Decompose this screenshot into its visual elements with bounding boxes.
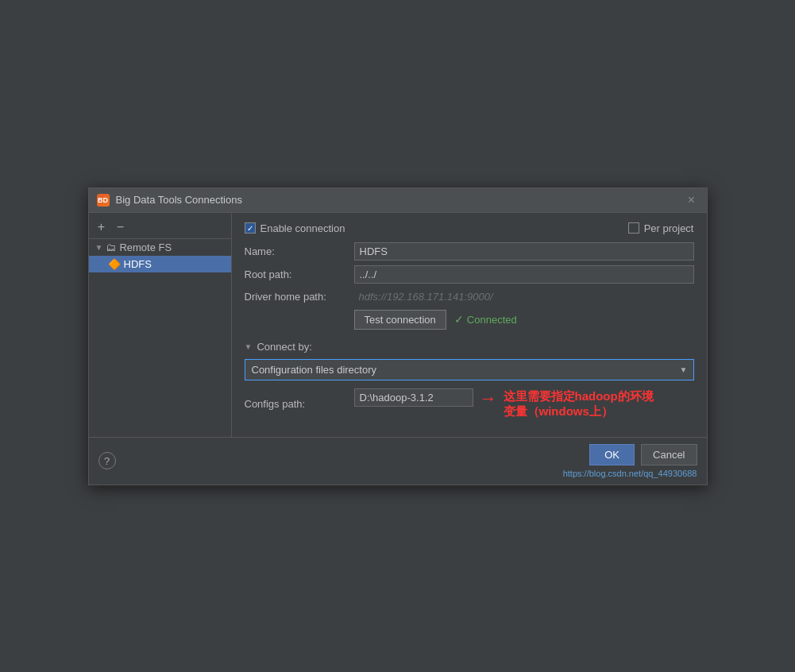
connected-status: ✓ Connected [454, 313, 517, 326]
configs-path-label: Configs path: [245, 398, 348, 410]
add-button[interactable]: + [94, 219, 110, 235]
main-dialog: BD Big Data Tools Connections × + − ▼ 🗂 … [88, 187, 708, 485]
dialog-title: Big Data Tools Connections [116, 194, 242, 206]
help-button[interactable]: ? [98, 452, 116, 469]
connected-label: Connected [467, 314, 517, 326]
form-grid: Name: Root path: Driver home path: hdfs:… [245, 242, 694, 330]
top-row: ✓ Enable connection Per project [245, 222, 694, 234]
sidebar-item-remote-fs[interactable]: ▼ 🗂 Remote FS [89, 239, 231, 256]
connect-by-section: ▼ Connect by: Configuration files direct… [245, 338, 694, 419]
config-files-dropdown[interactable]: Configuration files directory [245, 359, 694, 380]
remote-fs-folder-icon: 🗂 [106, 241, 116, 253]
configs-row: Configs path: → 这里需要指定hadoop的环境 变量（windo… [245, 388, 694, 419]
section-header: ▼ Connect by: [245, 341, 694, 353]
content-panel: ✓ Enable connection Per project Name: Ro… [232, 213, 707, 437]
bottom-buttons: OK Cancel [589, 444, 697, 465]
hdfs-label: HDFS [124, 258, 152, 270]
per-project-label: Per project [644, 222, 694, 234]
title-bar: BD Big Data Tools Connections × [89, 188, 707, 213]
cancel-button[interactable]: Cancel [641, 444, 697, 465]
bottom-right: OK Cancel https://blog.csdn.net/qq_44930… [563, 444, 697, 478]
bottom-bar: ? OK Cancel https://blog.csdn.net/qq_449… [89, 437, 707, 485]
annotation-line1: 这里需要指定hadoop的环境 [504, 388, 654, 404]
sidebar-item-hdfs[interactable]: 🔶 HDFS [89, 256, 231, 272]
sidebar: + − ▼ 🗂 Remote FS 🔶 HDFS [89, 213, 232, 437]
name-input[interactable] [354, 242, 694, 261]
test-connection-button[interactable]: Test connection [354, 310, 446, 330]
sidebar-toolbar: + − [89, 216, 231, 239]
driver-home-path-label: Driver home path: [245, 291, 348, 303]
enable-row: ✓ Enable connection [245, 222, 345, 234]
close-button[interactable]: × [685, 193, 699, 207]
dropdown-wrapper: Configuration files directory ▼ [245, 359, 694, 380]
annotation-line2: 变量（windows上） [504, 404, 654, 419]
title-bar-left: BD Big Data Tools Connections [97, 194, 242, 207]
annotation-text: 这里需要指定hadoop的环境 变量（windows上） [504, 388, 654, 419]
dialog-body: + − ▼ 🗂 Remote FS 🔶 HDFS ✓ Ena [89, 213, 707, 437]
annotation-arrow-icon: → [480, 388, 497, 409]
enable-checkbox[interactable]: ✓ [245, 222, 256, 234]
configs-value-area: → 这里需要指定hadoop的环境 变量（windows上） [354, 388, 694, 419]
ok-button[interactable]: OK [589, 444, 635, 465]
remove-button[interactable]: − [113, 219, 129, 235]
connected-check-icon: ✓ [454, 313, 464, 326]
connect-by-label: Connect by: [257, 341, 311, 353]
dropdown-area: Configuration files directory ▼ [245, 359, 694, 380]
url-text: https://blog.csdn.net/qq_44930688 [563, 469, 697, 478]
remote-fs-arrow-icon: ▼ [95, 243, 103, 252]
app-icon-label: BD [98, 196, 108, 204]
per-project-checkbox[interactable] [628, 222, 639, 234]
test-connection-row: Test connection ✓ Connected [354, 310, 694, 330]
configs-path-input[interactable] [354, 388, 473, 407]
root-path-input[interactable] [354, 265, 694, 284]
hdfs-icon: 🔶 [108, 258, 121, 270]
checkbox-check-icon: ✓ [247, 224, 253, 233]
per-project-row: Per project [628, 222, 694, 234]
app-icon: BD [97, 194, 110, 207]
root-path-label: Root path: [245, 268, 348, 280]
name-label: Name: [245, 245, 348, 257]
driver-home-path-value: hdfs://192.168.171.141:9000/ [354, 288, 694, 305]
remote-fs-label: Remote FS [119, 241, 172, 253]
enable-connection-label: Enable connection [260, 222, 345, 234]
section-arrow-icon: ▼ [245, 342, 253, 351]
